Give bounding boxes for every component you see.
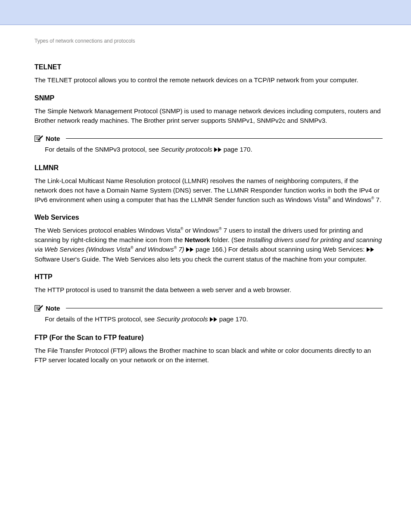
text: 7) [177, 246, 184, 253]
note-rule [66, 138, 383, 139]
note-label: Note [46, 305, 60, 312]
heading-ftp: FTP (For the Scan to FTP feature) [34, 334, 383, 342]
para-web-services: The Web Services protocol enables Window… [34, 226, 383, 264]
note-http: Note For details of the HTTPS protocol, … [34, 304, 383, 324]
text: and Windows [133, 246, 174, 253]
heading-telnet: TELNET [34, 63, 383, 71]
crossref-security-protocols[interactable]: Security protocols [161, 146, 212, 153]
note-icon [34, 134, 43, 142]
page-content: Types of network connections and protoco… [0, 38, 411, 364]
para-snmp: The Simple Network Management Protocol (… [34, 106, 383, 125]
double-arrow-icon [186, 245, 194, 255]
heading-snmp: SNMP [34, 94, 383, 102]
note-body-http: For details of the HTTPS protocol, see S… [45, 314, 383, 324]
heading-llmnr: LLMNR [34, 164, 383, 172]
running-head: Types of network connections and protoco… [34, 38, 383, 44]
para-http: The HTTP protocol is used to transmit th… [34, 285, 383, 295]
para-telnet: The TELNET protocol allows you to contro… [34, 75, 383, 85]
svg-rect-4 [35, 305, 40, 311]
text: or Windows [183, 227, 219, 234]
text: page 166.) For details about scanning us… [194, 246, 367, 253]
header-rule [0, 25, 411, 25]
note-text: For details of the HTTPS protocol, see [45, 315, 156, 323]
text: folder. (See [210, 236, 247, 243]
text: Software User's Guide. The Web Services … [34, 255, 367, 263]
header-band [0, 0, 411, 25]
para-llmnr: The Link-Local Multicast Name Resolution… [34, 176, 383, 204]
registered-mark: ® [328, 196, 331, 200]
text: and Windows [331, 196, 371, 203]
network-folder-label: Network [185, 236, 210, 243]
heading-web-services: Web Services [34, 214, 383, 221]
double-arrow-icon [367, 245, 374, 255]
note-icon [34, 304, 43, 312]
text: 7. [374, 196, 381, 203]
text: The Web Services protocol enables Window… [34, 227, 181, 234]
double-arrow-icon [214, 145, 222, 155]
double-arrow-icon [210, 315, 218, 324]
note-text: For details of the SNMPv3 protocol, see [45, 146, 161, 153]
svg-rect-0 [35, 136, 40, 141]
para-ftp: The File Transfer Protocol (FTP) allows … [34, 346, 383, 365]
note-page: page 170. [222, 146, 252, 153]
note-label: Note [46, 135, 60, 142]
registered-mark: ® [219, 227, 222, 231]
note-body-snmp: For details of the SNMPv3 protocol, see … [45, 145, 383, 155]
heading-http: HTTP [34, 273, 383, 281]
crossref-security-protocols[interactable]: Security protocols [156, 315, 208, 323]
note-rule [66, 308, 383, 308]
note-page: page 170. [218, 315, 248, 323]
note-snmp: Note For details of the SNMPv3 protocol,… [34, 134, 383, 155]
